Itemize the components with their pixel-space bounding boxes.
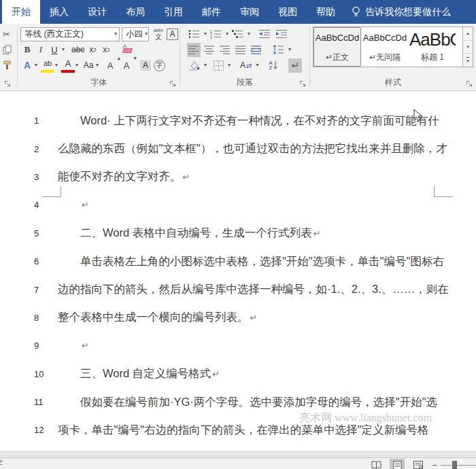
tab-布局[interactable]: 布局 (116, 0, 154, 24)
chevron-down-icon[interactable]: ▾ (256, 63, 258, 68)
tab-视图[interactable]: 视图 (269, 0, 307, 24)
show-hide-marks-button[interactable]: ↵ (288, 58, 302, 73)
sort-button[interactable]: A Z (266, 58, 279, 73)
tab-审阅[interactable]: 审阅 (231, 0, 269, 24)
chevron-down-icon: ▾ (143, 31, 148, 37)
cut-button[interactable]: ✂ (3, 27, 16, 41)
shading-button[interactable] (187, 58, 201, 73)
zoom-out-button[interactable]: − (432, 460, 437, 469)
gallery-scroll-up-button[interactable]: ▴ (463, 27, 473, 41)
gallery-more-button[interactable]: ▾ (463, 54, 473, 67)
document-page[interactable]: 1Word· 上下两行文字对不齐还有一种情况，在不对齐的文字前面可能有什2么隐藏… (0, 92, 476, 451)
line-text: 三、Word 自定义编号格式 (80, 366, 211, 381)
grow-font-button[interactable]: A▲ (103, 58, 117, 73)
tab-设计[interactable]: 设计 (78, 0, 116, 24)
chevron-down-icon[interactable]: ▾ (62, 47, 65, 52)
read-mode-button[interactable] (369, 459, 384, 469)
chevron-down-icon[interactable]: ▾ (204, 31, 207, 37)
enclose-characters-button[interactable]: 字 (152, 58, 167, 73)
print-layout-button[interactable] (390, 459, 405, 469)
zoom-slider[interactable] (441, 465, 476, 466)
change-case-button[interactable]: Aa (82, 58, 95, 73)
justify-button[interactable] (234, 43, 248, 57)
font-dialog-launcher[interactable] (169, 80, 177, 88)
font-color-button[interactable]: A (61, 58, 75, 73)
paragraph-mark: ↵ (250, 313, 258, 323)
style-card-正文[interactable]: AaBbCcDd↵正文 (313, 27, 361, 67)
clear-formatting-button[interactable]: A (121, 43, 135, 57)
document-line[interactable]: 5二、Word 表格中自动编号，生成一个行式列表↵ (0, 220, 476, 247)
numbering-button[interactable]: 123 (209, 27, 223, 41)
print-layout-icon (393, 461, 402, 469)
strikethrough-button[interactable]: abc (70, 43, 86, 57)
line-text: 二、Word 表格中自动编号，生成一个行式列表 (80, 226, 312, 241)
document-line[interactable]: 4↵ (0, 191, 476, 219)
align-right-button[interactable] (218, 43, 232, 57)
style-name: 标题 1 (409, 52, 456, 63)
phonetic-guide-button[interactable]: wén 文 (152, 27, 165, 41)
gallery-scroll-down-button[interactable]: ▾ (463, 41, 473, 54)
tab-帮助[interactable]: 帮助 (307, 0, 345, 24)
chevron-down-icon[interactable]: ▾ (248, 31, 250, 37)
line-spacing-button[interactable] (271, 43, 286, 57)
document-line[interactable]: 7边的指向下的箭头，然后从编号库中选择一种编号，如·1.、2.、3.、……，则在 (0, 275, 476, 303)
distribute-button[interactable] (250, 43, 263, 57)
subscript-button[interactable]: x2 (86, 43, 99, 57)
tab-插入[interactable]: 插入 (40, 0, 78, 24)
document-line[interactable]: 2么隐藏的东西（例如"文本框"），也可通过双击的方法把它找出来并且删除，才 (0, 135, 476, 162)
chevron-down-icon[interactable]: ▾ (75, 63, 78, 68)
bold-button[interactable]: B (20, 43, 34, 57)
line-text: Word· 上下两行文字对不齐还有一种情况，在不对齐的文字前面可能有什 (80, 114, 439, 128)
clipboard-dialog-launcher[interactable] (4, 80, 12, 88)
tell-me-box[interactable]: 告诉我你想要做什么 (345, 0, 458, 24)
web-layout-button[interactable] (411, 459, 426, 469)
format-painter-button[interactable] (3, 58, 16, 73)
style-card-无间隔[interactable]: AaBbCcDd↵无间隔 (361, 27, 409, 67)
paragraph-group-label: 段落 (180, 77, 309, 88)
asian-layout-button[interactable]: A ⇄ (239, 58, 253, 73)
lightbulb-icon (352, 6, 360, 18)
chevron-down-icon[interactable]: ▾ (288, 47, 291, 52)
tab-引用[interactable]: 引用 (154, 0, 192, 24)
zoom-slider-handle[interactable] (452, 461, 457, 469)
paragraph-mark: ↵ (212, 369, 220, 379)
document-line[interactable]: 8整个表格中生成一个横向的编号列表。↵ (0, 304, 476, 332)
chevron-down-icon[interactable]: ▾ (35, 63, 37, 68)
style-preview: AaBbC (409, 33, 456, 46)
decrease-indent-button[interactable] (257, 27, 272, 41)
align-left-button[interactable] (187, 43, 201, 57)
chevron-down-icon[interactable]: ▾ (55, 63, 58, 68)
tab-开始[interactable]: 开始 (2, 0, 40, 24)
styles-dialog-launcher[interactable] (466, 80, 474, 88)
document-line[interactable]: 1Word· 上下两行文字对不齐还有一种情况，在不对齐的文字前面可能有什 (0, 107, 476, 135)
multilevel-list-icon (232, 29, 243, 39)
chevron-down-icon[interactable]: ▾ (204, 63, 207, 68)
text-effects-button[interactable]: A (20, 58, 34, 73)
document-line[interactable]: 3能使不对齐的文字对齐。↵ (0, 163, 476, 191)
paragraph-dialog-launcher[interactable] (299, 80, 307, 88)
ribbon-tabs: 开始插入设计布局引用邮件审阅视图帮助 (2, 0, 345, 24)
document-line[interactable]: 6单击表格左上角的小图标选中表格，选择"开始"选项卡，单击"编号"图标右 (0, 247, 476, 275)
font-name-combo[interactable]: 等线 (西文正文) ▾ (20, 27, 120, 41)
document-line[interactable]: 9↵ (0, 332, 476, 360)
multilevel-list-button[interactable] (231, 27, 245, 41)
style-card-标题 1[interactable]: AaBbC标题 1 (409, 27, 456, 67)
underline-button[interactable]: U (48, 43, 61, 57)
bullets-button[interactable] (187, 27, 201, 41)
borders-button[interactable] (211, 58, 225, 73)
copy-button[interactable] (3, 43, 16, 57)
italic-button[interactable]: I (34, 43, 48, 57)
chevron-down-icon[interactable]: ▾ (96, 63, 99, 68)
chevron-down-icon[interactable]: ▾ (226, 31, 228, 37)
superscript-button[interactable]: x2 (99, 43, 113, 57)
tab-邮件[interactable]: 邮件 (192, 0, 231, 24)
increase-indent-button[interactable] (274, 27, 289, 41)
align-center-button[interactable] (203, 43, 216, 57)
shrink-font-button[interactable]: A▼ (120, 58, 133, 73)
character-shading-button[interactable]: A (139, 58, 152, 73)
highlight-color-button[interactable]: ab (41, 58, 54, 73)
chevron-down-icon[interactable]: ▾ (228, 63, 231, 68)
font-size-combo[interactable]: 小四 ▾ (122, 27, 149, 41)
document-line[interactable]: 10三、Word 自定义编号格式↵ (0, 360, 476, 388)
character-border-button[interactable]: A (165, 27, 180, 41)
